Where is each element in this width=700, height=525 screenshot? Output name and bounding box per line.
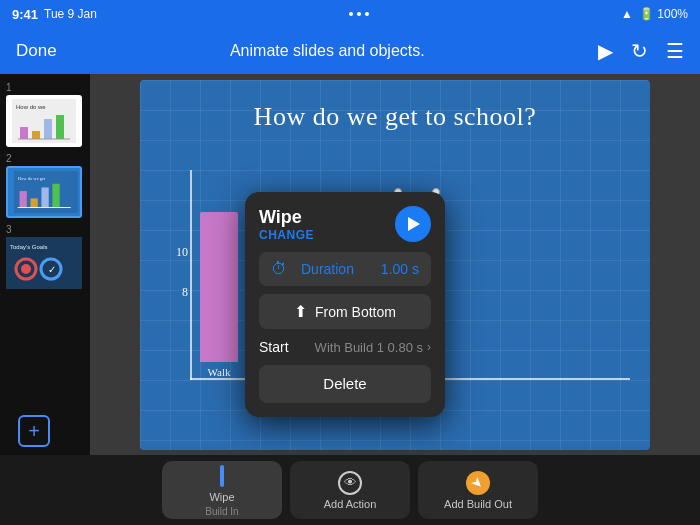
popup-play-button[interactable] — [395, 206, 431, 242]
eye-icon: 👁 — [344, 475, 357, 490]
duration-value: 1.00 s — [381, 261, 419, 277]
play-button[interactable]: ▶ — [598, 39, 613, 63]
main-content: 1 How do we 2 How do we get — [0, 74, 700, 455]
wipe-icon — [212, 464, 232, 488]
top-actions: ▶ ↻ ☰ — [598, 39, 684, 63]
y-label-8: 8 — [182, 285, 188, 300]
add-slide-button[interactable]: + — [18, 415, 50, 447]
start-chevron-icon: › — [427, 340, 431, 354]
y-axis: 10 8 — [190, 170, 192, 380]
bar-walk — [200, 212, 238, 362]
sidebar: 1 How do we 2 How do we get — [0, 74, 90, 455]
slide-thumb-1[interactable]: 1 How do we — [6, 82, 84, 147]
duration-label: Duration — [301, 261, 354, 277]
wipe-sublabel: Build In — [205, 506, 238, 517]
svg-rect-3 — [32, 131, 40, 139]
done-button[interactable]: Done — [16, 41, 57, 61]
add-build-out-label: Add Build Out — [444, 498, 512, 510]
duration-row[interactable]: ⏱ Duration 1.00 s — [259, 252, 431, 286]
slide-num-1: 1 — [6, 82, 84, 93]
svg-rect-2 — [20, 127, 28, 139]
svg-text:How do we get: How do we get — [18, 176, 46, 181]
bottom-toolbar: Wipe Build In 👁 Add Action ➤ Add Build O… — [0, 455, 700, 525]
start-value: With Build 1 0.80 s — [315, 340, 423, 355]
status-right: ▲ 🔋 100% — [621, 7, 688, 21]
popup-panel: Wipe CHANGE ⏱ Duration 1.00 s ⬆ From Bot… — [245, 192, 445, 417]
slide-num-3: 3 — [6, 224, 84, 235]
loop-button[interactable]: ↻ — [631, 39, 648, 63]
three-dots — [349, 12, 369, 16]
direction-label: From Bottom — [315, 304, 396, 320]
start-row[interactable]: Start With Build 1 0.80 s › — [259, 337, 431, 357]
slide-num-2: 2 — [6, 153, 84, 164]
top-title: Animate slides and objects. — [57, 42, 598, 60]
svg-text:✓: ✓ — [48, 264, 56, 275]
slide-preview-2[interactable]: How do we get — [6, 166, 82, 218]
popup-title: Wipe — [259, 207, 314, 228]
svg-rect-5 — [56, 115, 64, 139]
svg-point-17 — [21, 264, 31, 274]
from-bottom-icon: ⬆ — [294, 302, 307, 321]
popup-subtitle[interactable]: CHANGE — [259, 228, 314, 242]
svg-rect-10 — [30, 198, 37, 207]
popup-title-group: Wipe CHANGE — [259, 207, 314, 242]
add-action-icon: 👁 — [338, 471, 362, 495]
svg-rect-9 — [20, 191, 27, 207]
y-label-10: 10 — [176, 245, 188, 260]
popup-header: Wipe CHANGE — [259, 206, 431, 242]
add-action-button[interactable]: 👁 Add Action — [290, 461, 410, 519]
clock-icon: ⏱ — [271, 260, 287, 278]
bar-label-walk: Walk — [208, 366, 231, 378]
slide-preview-3[interactable]: Today's Goals ✓ — [6, 237, 82, 289]
play-triangle-icon — [408, 217, 420, 231]
top-bar: Done Animate slides and objects. ▶ ↻ ☰ — [0, 28, 700, 74]
add-action-label: Add Action — [324, 498, 377, 510]
arrow-icon: ➤ — [468, 473, 488, 493]
svg-text:Today's Goals: Today's Goals — [10, 244, 48, 250]
bar-group-walk: Walk — [200, 212, 238, 378]
status-date: Tue 9 Jan — [44, 7, 97, 21]
wipe-bar — [220, 465, 224, 487]
wipe-build-in-button[interactable]: Wipe Build In — [162, 461, 282, 519]
delete-button[interactable]: Delete — [259, 365, 431, 403]
svg-rect-4 — [44, 119, 52, 139]
svg-rect-11 — [41, 187, 48, 207]
add-slide-plus-icon: + — [28, 421, 40, 441]
direction-row[interactable]: ⬆ From Bottom — [259, 294, 431, 329]
slide-thumb-3[interactable]: 3 Today's Goals ✓ — [6, 224, 84, 289]
slide-preview-1[interactable]: How do we — [6, 95, 82, 147]
wipe-icon-wrap — [212, 464, 232, 488]
battery-icon: 🔋 100% — [639, 7, 688, 21]
wipe-label: Wipe — [209, 491, 234, 503]
status-bar: 9:41 Tue 9 Jan ▲ 🔋 100% — [0, 0, 700, 28]
canvas-area: How do we get to school? 10 8 Walk — [90, 74, 700, 455]
svg-text:How do we: How do we — [16, 104, 46, 110]
start-label: Start — [259, 339, 289, 355]
add-build-out-button[interactable]: ➤ Add Build Out — [418, 461, 538, 519]
status-left: 9:41 Tue 9 Jan — [12, 7, 97, 22]
slide-title: How do we get to school? — [140, 102, 650, 132]
list-button[interactable]: ☰ — [666, 39, 684, 63]
status-time: 9:41 — [12, 7, 38, 22]
slide-thumb-2[interactable]: 2 How do we get — [6, 153, 84, 218]
add-build-out-icon: ➤ — [466, 471, 490, 495]
svg-rect-12 — [52, 184, 59, 208]
delete-label: Delete — [323, 375, 366, 392]
wifi-icon: ▲ — [621, 7, 633, 21]
